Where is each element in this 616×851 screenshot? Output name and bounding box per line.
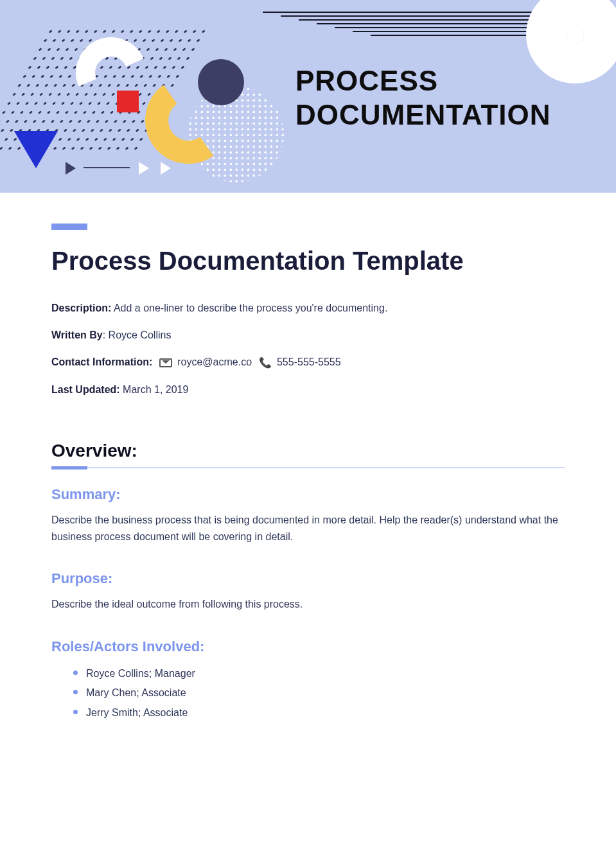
blue-triangle-icon [14,131,58,168]
document-body: Process Documentation Template Descripti… [0,193,616,735]
play-icon [161,162,171,175]
roles-heading: Roles/Actors Involved: [51,638,565,655]
play-icon [66,162,76,175]
written-by-text: : Royce Collins [103,329,172,340]
list-item: Mary Chen; Associate [86,683,565,703]
overview-heading: Overview: [51,441,565,461]
summary-heading: Summary: [51,486,565,503]
list-item: Jerry Smith; Associate [86,703,565,723]
description-text: Add a one-liner to describe the process … [111,303,387,313]
last-updated-label: Last Updated: [51,384,120,395]
written-by-line: Written By: Royce Collins [51,329,565,341]
list-item: Royce Collins; Manager [86,664,565,683]
last-updated-text: March 1, 2019 [120,384,189,395]
banner-title: PROCESS DOCUMENTATION [295,64,551,132]
purpose-heading: Purpose: [51,570,565,587]
roles-list: Royce Collins; Manager Mary Chen; Associ… [51,664,565,723]
mail-icon [159,358,172,367]
short-line-icon [84,167,130,168]
contact-email: royce@acme.co [175,356,255,367]
last-updated-line: Last Updated: March 1, 2019 [51,384,565,396]
contact-phone: 555-555-5555 [274,356,341,367]
hero-banner: PROCESS DOCUMENTATION [0,0,616,193]
summary-text: Describe the business process that is be… [51,512,565,545]
purpose-text: Describe the ideal outcome from followin… [51,596,565,613]
play-icon [139,162,149,175]
section-rule [51,468,565,468]
accent-bar-icon [51,224,87,230]
description-line: Description: Add a one-liner to describe… [51,303,565,314]
contact-line: Contact Information: royce@acme.co 📞 555… [51,356,565,369]
phone-icon: 📞 [259,356,272,369]
description-label: Description: [51,303,111,313]
navy-circle-icon [198,59,244,105]
contact-label: Contact Information: [51,356,152,367]
written-by-label: Written By [51,329,103,340]
red-square-icon [117,91,139,112]
ring-shape-icon [552,12,598,58]
page-title: Process Documentation Template [51,247,565,276]
